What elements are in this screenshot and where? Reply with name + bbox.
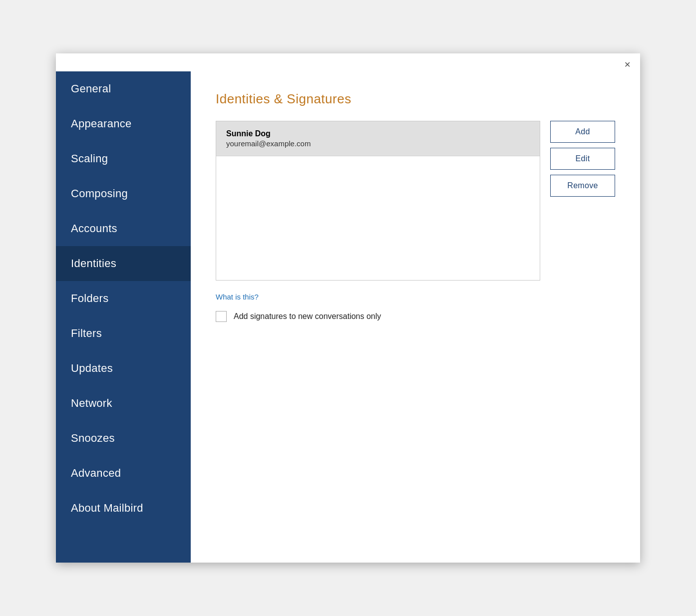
sidebar-item-network[interactable]: Network: [56, 386, 191, 421]
close-button[interactable]: ✕: [622, 59, 632, 69]
sidebar-item-updates[interactable]: Updates: [56, 351, 191, 386]
action-buttons: Add Edit Remove: [550, 121, 615, 197]
signatures-checkbox-label: Add signatures to new conversations only: [234, 312, 381, 321]
what-is-this-link[interactable]: What is this?: [216, 293, 259, 301]
title-bar: ✕: [56, 53, 640, 71]
sidebar-item-folders[interactable]: Folders: [56, 281, 191, 316]
signatures-checkbox-row: Add signatures to new conversations only: [216, 311, 615, 322]
sidebar-item-filters[interactable]: Filters: [56, 316, 191, 351]
sidebar-item-scaling[interactable]: Scaling: [56, 141, 191, 176]
settings-window: ✕ GeneralAppearanceScalingComposingAccou…: [56, 53, 640, 563]
main-layout: GeneralAppearanceScalingComposingAccount…: [56, 71, 640, 563]
sidebar-item-appearance[interactable]: Appearance: [56, 106, 191, 141]
identity-list: Sunnie Dog youremail@example.com: [216, 121, 540, 281]
sidebar-item-identities[interactable]: Identities: [56, 246, 191, 281]
identity-email: youremail@example.com: [226, 139, 530, 148]
page-title: Identities & Signatures: [216, 91, 615, 107]
signatures-checkbox[interactable]: [216, 311, 227, 322]
edit-button[interactable]: Edit: [550, 148, 615, 170]
sidebar-item-snoozes[interactable]: Snoozes: [56, 421, 191, 456]
sidebar-item-about[interactable]: About Mailbird: [56, 491, 191, 526]
sidebar: GeneralAppearanceScalingComposingAccount…: [56, 71, 191, 563]
sidebar-item-general[interactable]: General: [56, 71, 191, 106]
sidebar-item-advanced[interactable]: Advanced: [56, 456, 191, 491]
add-button[interactable]: Add: [550, 121, 615, 143]
sidebar-item-composing[interactable]: Composing: [56, 176, 191, 211]
identities-panel: Sunnie Dog youremail@example.com Add Edi…: [216, 121, 615, 281]
remove-button[interactable]: Remove: [550, 175, 615, 197]
sidebar-item-accounts[interactable]: Accounts: [56, 211, 191, 246]
identity-item[interactable]: Sunnie Dog youremail@example.com: [216, 121, 540, 156]
identity-name: Sunnie Dog: [226, 129, 530, 138]
content-panel: Identities & Signatures Sunnie Dog youre…: [191, 71, 640, 563]
